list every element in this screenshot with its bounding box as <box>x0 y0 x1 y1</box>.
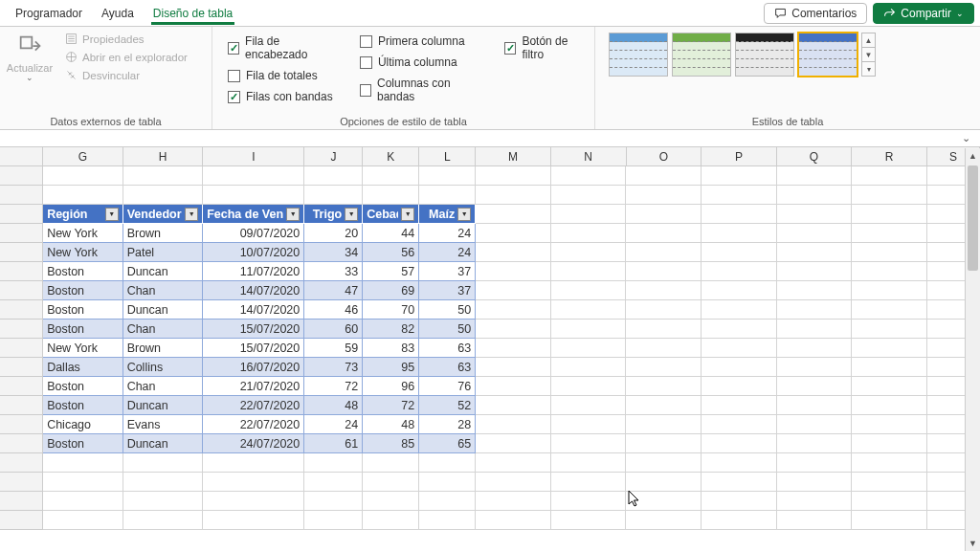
col-header-K[interactable]: K <box>363 147 419 166</box>
table-cell[interactable]: 14/07/2020 <box>203 300 304 320</box>
cell[interactable] <box>304 473 363 492</box>
cell[interactable] <box>203 511 304 530</box>
cell[interactable] <box>551 492 627 511</box>
col-header-Q[interactable]: Q <box>777 147 853 166</box>
row-header[interactable] <box>0 205 43 224</box>
propiedades-button[interactable]: Propiedades <box>65 33 188 45</box>
style-swatch-2[interactable] <box>672 33 731 77</box>
table-cell[interactable]: 50 <box>419 300 476 320</box>
table-cell[interactable]: 14/07/2020 <box>203 281 304 300</box>
table-cell[interactable]: 50 <box>419 320 476 339</box>
cell[interactable] <box>476 262 551 281</box>
cell[interactable] <box>852 492 927 511</box>
cell[interactable] <box>702 224 777 243</box>
cell[interactable] <box>123 166 204 186</box>
check-fila-encabezado[interactable]: Fila de encabezado <box>228 34 337 61</box>
cell[interactable] <box>702 358 777 377</box>
check-ultima-columna[interactable]: Última columna <box>360 55 481 69</box>
cell[interactable] <box>43 453 123 473</box>
cell[interactable] <box>43 166 123 186</box>
check-fila-totales[interactable]: Fila de totales <box>228 69 337 82</box>
cell[interactable] <box>777 320 853 339</box>
actualizar-button[interactable]: Actualizar ⌄ <box>4 31 56 80</box>
table-cell[interactable]: 24 <box>304 415 363 434</box>
row-header[interactable] <box>0 473 43 492</box>
cell[interactable] <box>363 511 419 530</box>
table-cell[interactable]: 72 <box>363 396 419 415</box>
cell[interactable] <box>626 415 702 434</box>
check-boton-filtro[interactable]: Botón de filtro <box>504 34 587 61</box>
cell[interactable] <box>551 339 627 358</box>
cell[interactable] <box>626 396 702 415</box>
cell[interactable] <box>43 186 123 205</box>
cell[interactable] <box>702 396 777 415</box>
table-header-cell[interactable]: Maíz▼ <box>419 205 476 224</box>
filter-button[interactable]: ▼ <box>286 208 300 221</box>
cell[interactable] <box>852 320 927 339</box>
cell[interactable] <box>702 243 777 262</box>
table-cell[interactable]: 70 <box>363 300 419 320</box>
cell[interactable] <box>551 262 627 281</box>
cell[interactable] <box>203 473 304 492</box>
cell[interactable] <box>43 473 123 492</box>
table-cell[interactable]: Chan <box>123 281 204 300</box>
table-cell[interactable]: Boston <box>43 377 123 396</box>
table-cell[interactable]: Duncan <box>123 300 204 320</box>
row-header[interactable] <box>0 243 43 262</box>
table-cell[interactable]: 65 <box>419 434 476 453</box>
row-header[interactable] <box>0 300 43 320</box>
cell[interactable] <box>702 511 777 530</box>
table-cell[interactable]: 57 <box>363 262 419 281</box>
col-header-M[interactable]: M <box>476 147 551 166</box>
scroll-down-icon[interactable]: ▼ <box>966 536 980 551</box>
table-cell[interactable]: Brown <box>123 339 204 358</box>
table-cell[interactable]: 56 <box>363 243 419 262</box>
cell[interactable] <box>777 492 853 511</box>
cell[interactable] <box>551 186 627 205</box>
table-header-cell[interactable]: Cebada▼ <box>363 205 419 224</box>
table-cell[interactable]: Boston <box>43 434 123 453</box>
row-header[interactable] <box>0 511 43 530</box>
cell[interactable] <box>777 300 853 320</box>
table-header-cell[interactable]: Fecha de Venta▼ <box>203 205 304 224</box>
cell[interactable] <box>852 377 927 396</box>
cell[interactable] <box>419 511 476 530</box>
cell[interactable] <box>476 166 551 186</box>
cell[interactable] <box>551 281 627 300</box>
style-swatch-1[interactable] <box>609 33 668 77</box>
cell[interactable] <box>852 224 927 243</box>
corner-cell[interactable] <box>0 147 43 166</box>
table-cell[interactable]: 69 <box>363 281 419 300</box>
table-cell[interactable]: New York <box>43 243 123 262</box>
table-cell[interactable]: 96 <box>363 377 419 396</box>
cell[interactable] <box>551 243 627 262</box>
row-header[interactable] <box>0 434 43 453</box>
cell[interactable] <box>626 281 702 300</box>
cell[interactable] <box>777 166 853 186</box>
cell[interactable] <box>476 281 551 300</box>
table-cell[interactable]: 15/07/2020 <box>203 320 304 339</box>
cell[interactable] <box>476 358 551 377</box>
table-cell[interactable]: Patel <box>123 243 204 262</box>
table-cell[interactable]: 44 <box>363 224 419 243</box>
cell[interactable] <box>702 453 777 473</box>
cell[interactable] <box>551 434 627 453</box>
cell[interactable] <box>476 453 551 473</box>
cell[interactable] <box>551 358 627 377</box>
table-cell[interactable]: Boston <box>43 320 123 339</box>
cell[interactable] <box>476 377 551 396</box>
cell[interactable] <box>304 186 363 205</box>
table-cell[interactable]: New York <box>43 339 123 358</box>
cell[interactable] <box>626 320 702 339</box>
row-header[interactable] <box>0 224 43 243</box>
cell[interactable] <box>702 186 777 205</box>
table-cell[interactable]: 24/07/2020 <box>203 434 304 453</box>
cell[interactable] <box>551 396 627 415</box>
table-cell[interactable]: 24 <box>419 224 476 243</box>
cell[interactable] <box>777 339 853 358</box>
cell[interactable] <box>476 186 551 205</box>
row-header[interactable] <box>0 262 43 281</box>
cell[interactable] <box>203 166 304 186</box>
col-header-G[interactable]: G <box>43 147 123 166</box>
table-cell[interactable]: 24 <box>419 243 476 262</box>
